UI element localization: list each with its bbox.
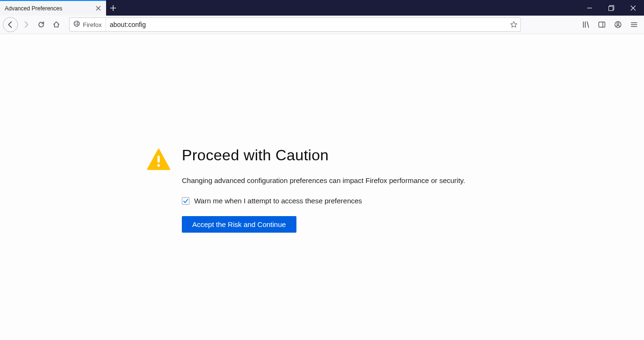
warning-description: Changing advanced configuration preferen…: [182, 176, 465, 184]
home-button[interactable]: [49, 17, 63, 32]
svg-point-2: [74, 21, 79, 26]
bookmark-star-icon[interactable]: [507, 21, 520, 28]
sidebar-icon[interactable]: [595, 17, 609, 32]
minimize-button[interactable]: [579, 0, 600, 16]
svg-point-8: [157, 164, 160, 167]
warn-checkbox[interactable]: [182, 197, 189, 205]
back-button[interactable]: [3, 17, 18, 32]
library-icon[interactable]: [579, 17, 593, 32]
warning-title: Proceed with Caution: [182, 147, 465, 164]
url-bar[interactable]: Firefox about:config: [69, 17, 521, 32]
accept-risk-button[interactable]: Accept the Risk and Continue: [182, 216, 296, 233]
menu-icon[interactable]: [627, 17, 641, 32]
close-window-button[interactable]: [622, 0, 644, 16]
maximize-button[interactable]: [600, 0, 622, 16]
reload-button[interactable]: [34, 17, 48, 32]
account-icon[interactable]: [611, 17, 625, 32]
caution-panel: Proceed with Caution Changing advanced c…: [147, 147, 497, 233]
firefox-icon: [73, 20, 80, 29]
svg-point-6: [617, 23, 619, 25]
browser-tab[interactable]: Advanced Preferences: [0, 0, 106, 16]
url-text[interactable]: about:config: [106, 21, 507, 28]
tab-title: Advanced Preferences: [5, 5, 94, 12]
titlebar: Advanced Preferences: [0, 0, 644, 16]
forward-button[interactable]: [19, 17, 33, 32]
close-tab-icon[interactable]: [94, 4, 102, 13]
svg-rect-3: [599, 22, 605, 27]
new-tab-button[interactable]: [106, 0, 120, 16]
page-content: Proceed with Caution Changing advanced c…: [0, 34, 644, 340]
warn-checkbox-label: Warn me when I attempt to access these p…: [194, 197, 362, 205]
warning-triangle-icon: [147, 148, 173, 233]
svg-rect-1: [609, 6, 613, 10]
identity-label: Firefox: [83, 21, 102, 28]
identity-box[interactable]: Firefox: [70, 18, 106, 31]
nav-toolbar: Firefox about:config: [0, 16, 644, 34]
svg-rect-7: [158, 156, 160, 163]
window-controls: [579, 0, 644, 16]
